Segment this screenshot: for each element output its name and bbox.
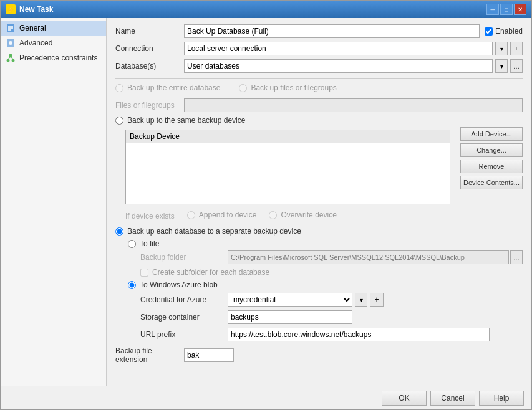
azure-section: Credential for Azure mycredential ▾ + St… bbox=[140, 293, 523, 341]
backup-same-device-label: Back up to the same backup device bbox=[127, 116, 245, 125]
storage-label: Storage container bbox=[140, 313, 228, 322]
svg-point-7 bbox=[7, 59, 10, 62]
credential-add-btn[interactable]: + bbox=[370, 293, 384, 307]
files-filegroups-input bbox=[184, 98, 523, 112]
backup-files-option: Back up files or filegroups bbox=[239, 83, 336, 92]
cancel-button[interactable]: Cancel bbox=[430, 391, 475, 406]
backup-folder-browse-btn: … bbox=[510, 250, 523, 264]
overwrite-label: Overwrite device bbox=[281, 211, 336, 219]
to-file-option: To file bbox=[128, 239, 523, 248]
maximize-button[interactable]: □ bbox=[500, 4, 513, 15]
backup-folder-input-area: … bbox=[228, 250, 523, 264]
help-button[interactable]: Help bbox=[479, 391, 524, 406]
ok-button[interactable]: OK bbox=[382, 391, 427, 406]
url-prefix-row: URL prefix bbox=[140, 328, 523, 341]
title-bar-left: ⚡ New Task bbox=[6, 4, 53, 14]
sidebar-item-advanced-label: Advanced bbox=[19, 39, 52, 47]
general-icon bbox=[6, 23, 16, 33]
name-label: Name bbox=[115, 27, 184, 36]
close-button[interactable]: ✕ bbox=[514, 4, 526, 15]
to-file-radio[interactable] bbox=[128, 240, 136, 248]
credential-label: Credential for Azure bbox=[140, 295, 228, 304]
sidebar-item-advanced[interactable]: Advanced bbox=[1, 36, 106, 50]
backup-folder-label: Backup folder bbox=[140, 253, 228, 262]
credential-dropdown[interactable]: mycredential bbox=[228, 293, 352, 307]
databases-more-btn[interactable]: … bbox=[510, 59, 523, 73]
files-filegroups-row: Files or filegroups bbox=[115, 98, 523, 112]
minimize-button[interactable]: ─ bbox=[486, 4, 499, 15]
credential-expand-btn[interactable]: ▾ bbox=[355, 293, 367, 307]
sidebar-item-general[interactable]: General bbox=[1, 21, 106, 36]
enabled-area: Enabled bbox=[485, 27, 523, 36]
url-prefix-input[interactable] bbox=[228, 328, 490, 341]
create-subfolder-checkbox bbox=[140, 269, 148, 277]
backup-each-radio[interactable] bbox=[115, 227, 123, 236]
backup-ext-row: Backup file extension bbox=[115, 346, 523, 364]
main-content: Name Enabled Connection Local server con… bbox=[107, 18, 531, 386]
append-radio[interactable] bbox=[187, 211, 195, 219]
content-area: General Advanced bbox=[1, 18, 531, 386]
backup-each-label: Back up each database to a separate back… bbox=[127, 227, 301, 236]
overwrite-radio[interactable] bbox=[269, 211, 277, 219]
svg-point-8 bbox=[12, 59, 15, 62]
files-filegroups-label: Files or filegroups bbox=[115, 101, 184, 110]
databases-expand-btn[interactable]: ▾ bbox=[495, 59, 508, 73]
backup-same-device-radio[interactable] bbox=[115, 117, 123, 125]
sidebar: General Advanced bbox=[1, 18, 107, 386]
name-row: Name Enabled bbox=[115, 24, 523, 38]
remove-button[interactable]: Remove bbox=[460, 160, 523, 173]
if-device-exists-label: If device exists bbox=[125, 212, 175, 221]
backup-each-option: Back up each database to a separate back… bbox=[115, 227, 523, 236]
sidebar-item-general-label: General bbox=[19, 24, 46, 32]
database-row: Database(s) User databases ▾ … bbox=[115, 59, 523, 73]
backup-entire-radio[interactable] bbox=[115, 84, 123, 92]
precedence-icon bbox=[6, 53, 16, 63]
backup-folder-input bbox=[228, 250, 509, 264]
to-azure-radio[interactable] bbox=[128, 281, 136, 289]
storage-row: Storage container bbox=[140, 310, 523, 324]
backup-entire-label: Back up the entire database bbox=[127, 83, 220, 92]
sidebar-item-precedence[interactable]: Precedence constraints bbox=[1, 50, 106, 65]
enabled-checkbox[interactable] bbox=[485, 27, 493, 36]
storage-input[interactable] bbox=[228, 310, 352, 324]
title-bar: ⚡ New Task ─ □ ✕ bbox=[1, 1, 531, 18]
backup-folder-row: Backup folder … bbox=[140, 250, 523, 264]
backup-entire-option: Back up the entire database bbox=[115, 83, 220, 92]
backup-device-box: Backup Device bbox=[125, 130, 450, 204]
to-azure-label: To Windows Azure blob bbox=[140, 280, 218, 289]
device-buttons: Add Device... Change... Remove Device Co… bbox=[460, 127, 523, 207]
main-window: ⚡ New Task ─ □ ✕ General bbox=[0, 0, 532, 410]
connection-label: Connection bbox=[115, 44, 184, 53]
connection-row: Connection Local server connection ▾ + bbox=[115, 42, 523, 55]
device-contents-button[interactable]: Device Contents... bbox=[460, 176, 523, 189]
bottom-bar: OK Cancel Help bbox=[1, 386, 531, 409]
enabled-label: Enabled bbox=[495, 27, 523, 36]
window-title: New Task bbox=[19, 5, 53, 14]
backup-type-section: Back up the entire database Back up file… bbox=[115, 83, 523, 112]
to-azure-option: To Windows Azure blob bbox=[128, 280, 523, 289]
connection-expand-btn[interactable]: ▾ bbox=[495, 42, 508, 55]
url-prefix-label: URL prefix bbox=[140, 330, 228, 339]
connection-add-btn[interactable]: + bbox=[510, 42, 523, 55]
add-device-button[interactable]: Add Device... bbox=[460, 127, 523, 141]
append-label: Append to device bbox=[199, 211, 257, 219]
create-subfolder-label: Create subfolder for each database bbox=[152, 268, 269, 277]
svg-line-10 bbox=[11, 57, 13, 59]
credential-row: Credential for Azure mycredential ▾ + bbox=[140, 293, 523, 307]
overwrite-option: Overwrite device bbox=[269, 211, 336, 219]
backup-files-radio[interactable] bbox=[239, 84, 247, 92]
window-icon: ⚡ bbox=[6, 4, 16, 14]
change-button[interactable]: Change... bbox=[460, 143, 523, 157]
databases-dropdown[interactable]: User databases bbox=[184, 59, 493, 73]
connection-dropdown[interactable]: Local server connection bbox=[184, 42, 493, 55]
to-file-section: To file Backup folder … Create subfolder… bbox=[128, 239, 523, 341]
backup-files-label: Back up files or filegroups bbox=[251, 83, 336, 92]
svg-line-9 bbox=[8, 57, 11, 59]
backup-ext-input[interactable] bbox=[184, 348, 234, 362]
to-file-label: To file bbox=[140, 239, 159, 248]
backup-same-device-option: Back up to the same backup device bbox=[115, 116, 523, 125]
name-input[interactable] bbox=[184, 24, 480, 38]
svg-point-6 bbox=[9, 54, 12, 57]
create-subfolder-option: Create subfolder for each database bbox=[140, 268, 523, 277]
svg-point-5 bbox=[9, 41, 12, 45]
